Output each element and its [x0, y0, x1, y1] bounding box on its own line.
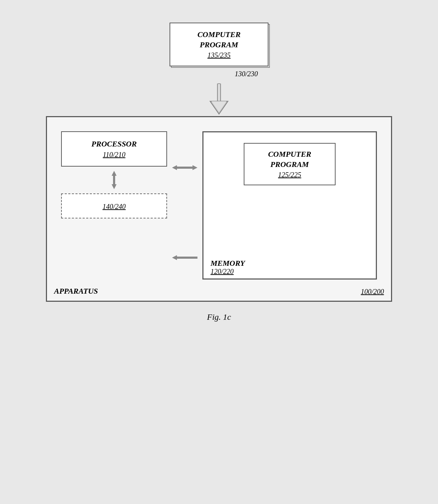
- svg-marker-11: [172, 255, 177, 260]
- svg-marker-10: [193, 165, 197, 170]
- apparatus-label: APPARATUS: [54, 287, 98, 296]
- left-column: PROCESSOR 110/210 140/24: [61, 131, 167, 280]
- svg-marker-5: [112, 171, 117, 176]
- inner-program-line2: PROGRAM: [251, 160, 328, 170]
- svg-marker-8: [172, 165, 177, 170]
- processor-ref: 110/210: [69, 151, 159, 159]
- svg-marker-7: [112, 184, 117, 189]
- top-section: COMPUTER PROGRAM 135/235 130/230: [170, 23, 268, 78]
- apparatus-box: PROCESSOR 110/210 140/24: [46, 116, 392, 302]
- processor-box: PROCESSOR 110/210: [61, 131, 167, 167]
- h-arrow-bottom: [171, 252, 199, 263]
- down-arrow-svg: [207, 83, 231, 115]
- inner-program-line1: COMPUTER: [251, 149, 328, 160]
- memory-section: COMPUTER PROGRAM 125/225 MEMORY 120/220: [202, 131, 377, 280]
- diagram-container: COMPUTER PROGRAM 135/235 130/230 PROCESS…: [25, 23, 413, 481]
- svg-rect-9: [177, 167, 193, 169]
- memory-label: MEMORY: [211, 259, 245, 268]
- memory-box: COMPUTER PROGRAM 125/225 MEMORY 120/220: [202, 131, 377, 280]
- svg-rect-12: [177, 257, 197, 259]
- inner-layout: PROCESSOR 110/210 140/24: [61, 131, 377, 280]
- h-bidir-arrow-top: [171, 162, 199, 173]
- apparatus-ref: 100/200: [361, 288, 384, 296]
- top-outer-ref: 130/230: [235, 70, 258, 78]
- top-box-line2: PROGRAM: [177, 40, 261, 50]
- top-box-ref: 135/235: [177, 51, 261, 59]
- h-arrows-area: [171, 131, 199, 280]
- vert-arrow-area: [61, 167, 167, 193]
- vert-bidir-arrow: [109, 169, 119, 191]
- inner-program-box: COMPUTER PROGRAM 125/225: [244, 143, 336, 185]
- top-box-line1: COMPUTER: [177, 30, 261, 40]
- memory-ref: 120/220: [211, 268, 234, 276]
- svg-rect-6: [113, 176, 115, 184]
- dashed-ref: 140/240: [69, 203, 159, 211]
- processor-label: PROCESSOR: [69, 139, 159, 149]
- dashed-box: 140/240: [61, 193, 167, 218]
- top-computer-program-box: COMPUTER PROGRAM 135/235: [170, 23, 268, 66]
- inner-program-ref: 125/225: [251, 171, 328, 179]
- arrow-down: [207, 83, 231, 115]
- figure-label: Fig. 1c: [207, 312, 231, 322]
